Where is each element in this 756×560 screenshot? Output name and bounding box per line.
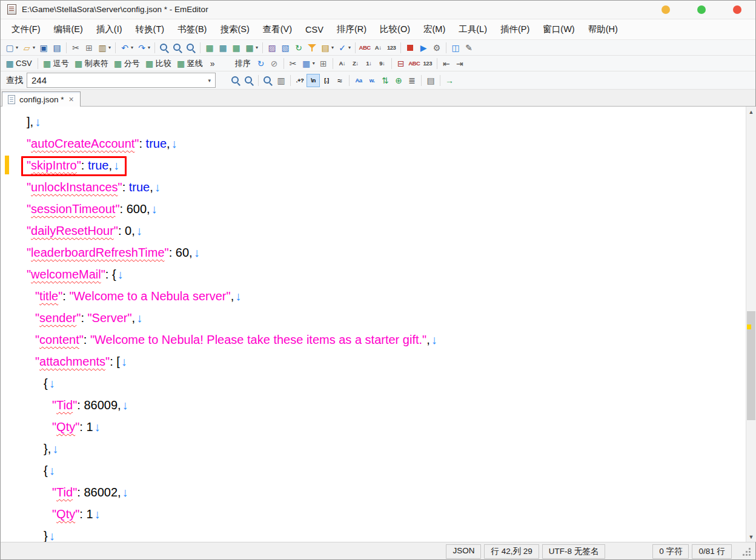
insert-column-button[interactable]: ⊞ [317,57,330,70]
resize-grip[interactable] [739,544,754,559]
status-selected-chars[interactable]: 0 字符 [652,544,689,559]
combo-dropdown-icon[interactable]: ▾ [208,77,211,84]
menu-file[interactable]: 文件(F) [5,21,47,38]
filter-button[interactable] [305,41,319,54]
editor-line[interactable]: "unlockInstances": true,↓ [0,176,746,198]
new-file-button[interactable]: ▢▾ [3,41,20,54]
editor-line[interactable]: "Tid": 86002,↓ [0,481,746,503]
csv-semicolon-button[interactable]: ▦分号 [111,57,143,70]
editor-line[interactable]: "attachments": [↓ [0,351,746,372]
maximize-button[interactable] [697,5,706,14]
csv-compare-button[interactable]: ▦比较 [143,57,174,70]
replace-button[interactable] [171,41,184,54]
editor-line[interactable]: "welcomeMail": {↓ [0,263,746,285]
clear-sort-button[interactable]: ⊘ [268,57,281,70]
editor-line[interactable]: }↓ [0,525,746,542]
editor-text[interactable]: ],↓"autoCreateAccount": true,↓"skipIntro… [0,107,746,542]
csv-mode-button[interactable]: ▦CSV [3,57,35,70]
validate-json-button[interactable]: ✓▾ [336,41,353,54]
status-cursor-position[interactable]: 行 42,列 29 [484,544,539,559]
csv-comma-button[interactable]: ▦逗号 [41,57,72,70]
remove-duplicates-button[interactable]: ⊟ [394,57,408,70]
save-button[interactable]: ▣ [37,41,50,54]
match-case-toggle-button[interactable]: Aa [352,74,365,87]
editor-line[interactable]: "sessionTimeout": 600,↓ [0,198,746,220]
go-button-button[interactable]: → [443,74,456,87]
fuzzy-match-toggle-button[interactable]: ≈ [333,74,346,87]
menu-plugins[interactable]: 插件(P) [494,21,536,38]
sync-document-button[interactable]: ↻ [292,41,305,54]
menu-compare[interactable]: 比较(O) [373,21,417,38]
csv-mode-options-button[interactable]: ▦▾ [243,41,260,54]
vertical-scrollbar[interactable]: ▲ ▼ [746,107,756,542]
number-range-toggle-button[interactable]: [.] [320,74,333,87]
status-syntax[interactable]: JSON [446,544,481,559]
redo-button[interactable]: ↷▾ [135,41,152,54]
editor-line[interactable]: {↓ [0,372,746,394]
editor-line[interactable]: "Qty": 1↓ [0,503,746,525]
sort-num-descending-button[interactable]: 9↓ [376,57,389,70]
editor-line[interactable]: "dailyResetHour": 0,↓ [0,220,746,242]
csv-pipe-button[interactable]: ▦竖线 [174,57,206,70]
highlight-all-toggle-button[interactable]: ⊕ [392,74,405,87]
csv-comma-mode-button[interactable]: ▦ [216,41,230,54]
delete-cells-button[interactable]: ✂ [287,57,300,70]
editor-line[interactable]: "content": "Welcome to Nebula! Please ta… [0,329,746,351]
spell-check-button[interactable]: ABC [358,41,371,54]
editor-line[interactable]: "Qty": 1↓ [0,416,746,438]
menu-macros[interactable]: 宏(M) [417,21,452,38]
menu-insert[interactable]: 插入(I) [90,21,129,38]
results-list-button[interactable]: ≣ [405,74,419,87]
sort-lines-button[interactable]: A↓ [371,41,385,54]
editor-line[interactable]: {↓ [0,460,746,481]
alphabetical-button[interactable]: ABC [408,57,421,70]
cut-button[interactable]: ✂ [69,41,82,54]
menu-csv[interactable]: CSV [299,22,330,38]
menu-edit[interactable]: 编辑(E) [47,21,90,38]
sort-ascending-button[interactable]: A↓ [336,57,349,70]
macro-settings-button[interactable]: ⚙ [430,41,443,54]
pencil-button[interactable]: ✎ [462,41,476,54]
copy-button[interactable]: ⊞ [82,41,96,54]
menu-sort[interactable]: 排序(R) [330,21,373,38]
snippets-button[interactable]: ▤▾ [319,41,336,54]
scroll-down-arrow[interactable]: ▼ [746,532,756,542]
title-bar[interactable]: E:\Game\StellaSora\Server\config.json * … [0,0,756,19]
undo-button[interactable]: ↶▾ [118,41,135,54]
find-in-files-button[interactable] [184,41,197,54]
sort-num-ascending-button[interactable]: 1↓ [362,57,376,70]
column-right-button[interactable]: ⇥ [453,57,466,70]
find-previous-button[interactable] [242,74,256,87]
paste-button[interactable]: ▥▾ [96,41,113,54]
extract-lines-button[interactable]: ▥ [274,74,288,87]
open-file-button[interactable]: ▱▾ [20,41,37,54]
search-input[interactable]: 244 ▾ [27,73,216,88]
table-tools-button[interactable]: ▦▾ [300,57,317,70]
compare-documents-button[interactable]: ◫ [449,41,462,54]
search-direction-toggle-button[interactable]: ⇅ [379,74,392,87]
chart-button[interactable]: ▧ [279,41,292,54]
csv-document-button[interactable]: ▦ [203,41,216,54]
numeric-button[interactable]: 123 [421,57,434,70]
refresh-sort-button[interactable]: ↻ [254,57,268,70]
editor-line[interactable]: "leaderboardRefreshTime": 60,↓ [0,242,746,263]
menu-window[interactable]: 窗口(W) [536,21,581,38]
insert-picture-button[interactable]: ▨ [265,41,279,54]
editor-line[interactable]: ],↓ [0,111,746,133]
status-selected-lines[interactable]: 0/81 行 [692,544,732,559]
status-encoding[interactable]: UTF-8 无签名 [542,544,606,559]
regex-toggle-button[interactable]: .+? [293,74,307,87]
minimize-button[interactable] [662,5,670,14]
menu-view[interactable]: 查看(V) [256,21,299,38]
csv-tab-mode-button[interactable]: ▦ [230,41,243,54]
menu-bookmarks[interactable]: 书签(B) [171,21,213,38]
menu-convert[interactable]: 转换(T) [129,21,171,38]
menu-search[interactable]: 搜索(S) [213,21,256,38]
editor-line[interactable]: "skipIntro": true,↓ [0,154,746,176]
escape-sequence-toggle-button[interactable]: \n [307,74,320,87]
find-next-button[interactable] [229,74,242,87]
column-left-button[interactable]: ⇤ [440,57,453,70]
csv-overflow-button[interactable]: » [206,57,219,70]
editor-line[interactable]: "title": "Welcome to a Nebula server",↓ [0,285,746,307]
scroll-up-arrow[interactable]: ▲ [746,107,756,117]
